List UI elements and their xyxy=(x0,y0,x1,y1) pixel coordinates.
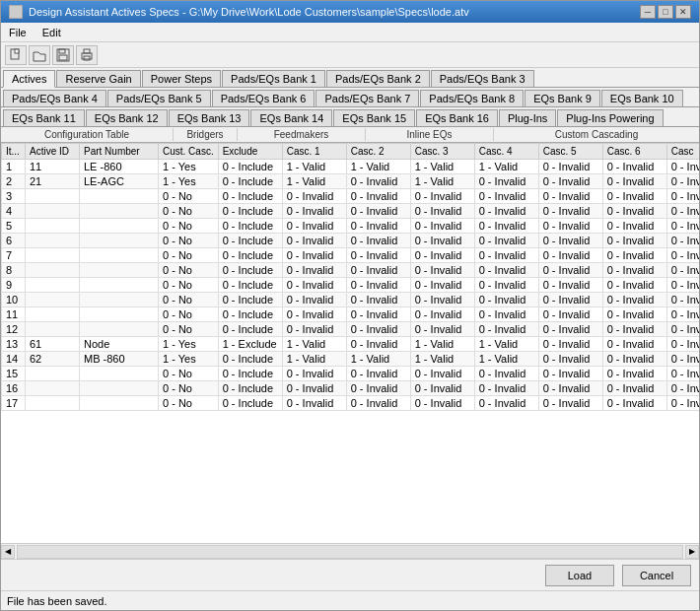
tab-plug-ins-powering[interactable]: Plug-Ins Powering xyxy=(557,109,663,126)
table-cell[interactable]: 0 - Invalid xyxy=(602,160,666,174)
table-cell[interactable] xyxy=(80,234,159,248)
table-cell[interactable]: 0 - Inv xyxy=(666,263,699,278)
table-cell[interactable]: 1 xyxy=(2,160,26,174)
table-cell[interactable] xyxy=(80,307,159,322)
table-cell[interactable]: 0 - Invalid xyxy=(538,174,602,189)
table-cell[interactable]: 0 - No xyxy=(159,219,219,234)
table-cell[interactable]: 1 - Valid xyxy=(474,337,538,352)
tab-pads-eqs-bank7[interactable]: Pads/EQs Bank 7 xyxy=(315,90,419,106)
table-cell[interactable]: 0 - Invalid xyxy=(346,367,410,381)
table-cell[interactable]: 0 - Invalid xyxy=(346,381,410,396)
tab-pads-eqs-bank6[interactable]: Pads/EQs Bank 6 xyxy=(212,90,315,106)
table-cell[interactable]: 0 - Invalid xyxy=(538,367,602,381)
table-cell[interactable]: 12 xyxy=(2,322,26,337)
table-cell[interactable]: 0 - Inv xyxy=(666,248,699,263)
table-cell[interactable]: 1 - Yes xyxy=(159,174,219,189)
table-cell[interactable]: 1 - Valid xyxy=(410,160,474,174)
table-cell[interactable]: 0 - Invalid xyxy=(602,248,666,263)
table-cell[interactable] xyxy=(26,381,80,396)
table-cell[interactable]: 0 - Invalid xyxy=(410,293,474,307)
table-cell[interactable]: 0 - Include xyxy=(218,367,282,381)
table-cell[interactable]: 0 - Include xyxy=(218,219,282,234)
table-cell[interactable] xyxy=(80,248,159,263)
table-cell[interactable]: 21 xyxy=(26,174,80,189)
table-cell[interactable]: 62 xyxy=(26,352,80,367)
table-cell[interactable]: 0 - No xyxy=(159,189,219,204)
table-cell[interactable]: 0 - Inv xyxy=(666,352,699,367)
table-cell[interactable]: 0 - No xyxy=(159,278,219,293)
table-cell[interactable]: 0 - Invalid xyxy=(538,396,602,411)
tab-pads-eqs-bank2[interactable]: Pads/EQs Bank 2 xyxy=(326,70,430,87)
table-cell[interactable]: 2 xyxy=(2,174,26,189)
table-cell[interactable]: 0 - Invalid xyxy=(410,367,474,381)
table-cell[interactable]: 1 - Valid xyxy=(282,160,346,174)
table-cell[interactable]: 0 - Invalid xyxy=(346,263,410,278)
table-cell[interactable]: 0 - Invalid xyxy=(538,219,602,234)
table-cell[interactable]: 0 - Include xyxy=(218,278,282,293)
table-cell[interactable]: 1 - Valid xyxy=(282,337,346,352)
table-cell[interactable]: LE-AGC xyxy=(80,174,159,189)
table-cell[interactable]: 0 - Invalid xyxy=(602,367,666,381)
table-cell[interactable]: 0 - No xyxy=(159,234,219,248)
tab-eqs-bank9[interactable]: EQs Bank 9 xyxy=(525,90,600,106)
horizontal-scrollbar[interactable] xyxy=(17,545,683,559)
table-row[interactable]: 30 - No0 - Include0 - Invalid0 - Invalid… xyxy=(2,189,700,204)
table-cell[interactable] xyxy=(26,322,80,337)
table-cell[interactable]: 7 xyxy=(2,248,26,263)
table-cell[interactable]: 0 - Invalid xyxy=(602,337,666,352)
table-cell[interactable]: 1 - Valid xyxy=(410,174,474,189)
table-cell[interactable]: 0 - Invalid xyxy=(346,174,410,189)
table-cell[interactable]: 0 - Invalid xyxy=(346,337,410,352)
table-cell[interactable]: 1 - Yes xyxy=(159,160,219,174)
table-cell[interactable] xyxy=(80,381,159,396)
table-cell[interactable] xyxy=(26,204,80,219)
table-cell[interactable]: 0 - Invalid xyxy=(346,204,410,219)
table-cell[interactable]: 0 - Inv xyxy=(666,204,699,219)
table-cell[interactable]: 0 - Invalid xyxy=(538,189,602,204)
minimize-button[interactable]: ─ xyxy=(640,5,656,19)
table-row[interactable]: 1361Node1 - Yes1 - Exclude1 - Valid0 - I… xyxy=(2,337,700,352)
table-cell[interactable]: 0 - Invalid xyxy=(474,263,538,278)
scroll-left-button[interactable]: ◀ xyxy=(1,545,15,559)
table-cell[interactable]: 0 - Invalid xyxy=(410,263,474,278)
open-button[interactable] xyxy=(29,45,50,65)
tab-pads-eqs-bank5[interactable]: Pads/EQs Bank 5 xyxy=(107,90,211,106)
table-cell[interactable]: 0 - Invalid xyxy=(282,234,346,248)
table-cell[interactable]: 0 - Invalid xyxy=(602,322,666,337)
tab-actives[interactable]: Actives xyxy=(3,70,55,88)
table-cell[interactable]: 10 xyxy=(2,293,26,307)
table-cell[interactable]: 0 - Invalid xyxy=(474,367,538,381)
table-cell[interactable] xyxy=(26,234,80,248)
table-cell[interactable]: 0 - Invalid xyxy=(410,189,474,204)
table-cell[interactable]: 0 - Invalid xyxy=(602,293,666,307)
table-cell[interactable]: 0 - Invalid xyxy=(538,204,602,219)
table-cell[interactable] xyxy=(26,263,80,278)
table-cell[interactable]: 0 - Invalid xyxy=(602,263,666,278)
table-row[interactable]: 110 - No0 - Include0 - Invalid0 - Invali… xyxy=(2,307,700,322)
table-cell[interactable]: 0 - Invalid xyxy=(538,322,602,337)
table-cell[interactable]: 4 xyxy=(2,204,26,219)
table-cell[interactable]: 0 - Invalid xyxy=(538,307,602,322)
table-cell[interactable]: 0 - Invalid xyxy=(346,293,410,307)
table-cell[interactable]: 11 xyxy=(2,307,26,322)
table-cell[interactable]: 0 - Invalid xyxy=(410,396,474,411)
table-cell[interactable]: 0 - Invalid xyxy=(282,381,346,396)
table-cell[interactable]: 0 - Include xyxy=(218,234,282,248)
table-cell[interactable]: 0 - Inv xyxy=(666,278,699,293)
table-cell[interactable]: 0 - Invalid xyxy=(474,322,538,337)
table-cell[interactable]: 0 - Invalid xyxy=(410,322,474,337)
table-cell[interactable]: 0 - No xyxy=(159,367,219,381)
table-cell[interactable]: 0 - Include xyxy=(218,396,282,411)
table-wrapper[interactable]: It... Active ID Part Number Cust. Casc. … xyxy=(1,143,699,543)
table-row[interactable]: 40 - No0 - Include0 - Invalid0 - Invalid… xyxy=(2,204,700,219)
table-cell[interactable]: 0 - Invalid xyxy=(282,189,346,204)
table-row[interactable]: 1462MB -8601 - Yes0 - Include1 - Valid1 … xyxy=(2,352,700,367)
table-cell[interactable]: 0 - Invalid xyxy=(346,189,410,204)
table-cell[interactable]: 0 - Invalid xyxy=(346,219,410,234)
table-cell[interactable] xyxy=(80,293,159,307)
table-cell[interactable]: 0 - Invalid xyxy=(602,307,666,322)
table-cell[interactable]: 1 - Valid xyxy=(410,337,474,352)
table-cell[interactable]: 0 - Invalid xyxy=(282,367,346,381)
table-cell[interactable]: 0 - Invalid xyxy=(538,381,602,396)
table-cell[interactable]: 0 - Invalid xyxy=(282,263,346,278)
